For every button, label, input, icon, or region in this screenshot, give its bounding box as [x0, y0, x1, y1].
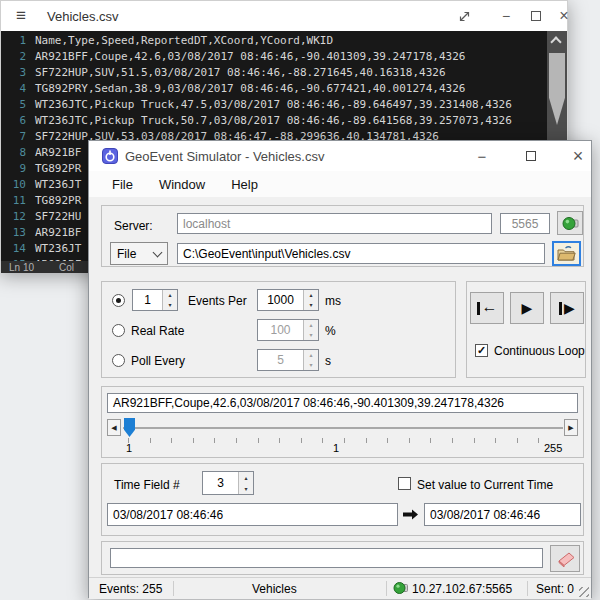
line-number: 3 — [1, 65, 26, 81]
real-rate-label: Real Rate — [131, 324, 184, 338]
time-field-group: Time Field # 3 ▴▾ Set value to Current T… — [101, 463, 584, 536]
line-number: 2 — [1, 49, 26, 65]
connect-button[interactable] — [557, 211, 583, 235]
continuous-loop-checkbox[interactable]: ✓ — [475, 344, 488, 357]
line-number: 10 — [1, 177, 26, 193]
expand-icon[interactable] — [451, 1, 477, 31]
close-icon[interactable]: × — [563, 141, 593, 171]
editor-line: 1Name,Type,Speed,ReportedDT,XCoord,YCoor… — [1, 33, 567, 49]
spinner-arrows-icon[interactable]: ▴▾ — [238, 472, 253, 494]
port-input[interactable]: 5565 — [500, 213, 550, 234]
clear-button[interactable] — [550, 545, 580, 572]
scroll-up-icon[interactable] — [550, 36, 561, 47]
minimize-icon[interactable]: − — [467, 141, 497, 171]
poll-unit-label: s — [325, 354, 331, 368]
editor-line: 3SF722HUP,SUV,51.5,03/08/2017 08:46:46,-… — [1, 65, 567, 81]
line-text: TG892PR — [35, 193, 81, 209]
app-icon — [102, 148, 118, 168]
slider-min-label: 1 — [126, 442, 132, 454]
file-path-input[interactable]: C:\GeoEvent\input\Vehicles.csv — [177, 243, 545, 264]
maximize-icon[interactable] — [523, 1, 549, 31]
connection-group: Server: localhost 5565 File C:\GeoEvent\… — [101, 205, 584, 267]
line-text: SF722HUP,SUV,51.5,03/08/2017 08:46:46,-8… — [35, 65, 446, 81]
real-rate-radio[interactable] — [112, 324, 125, 337]
real-rate-unit-label: % — [325, 324, 336, 338]
line-indicator: Ln 10 — [9, 262, 34, 273]
current-event-field[interactable]: AR921BFF,Coupe,42.6,03/08/2017 08:46:46,… — [107, 393, 578, 413]
line-text: WT236JT — [35, 177, 81, 193]
slider-ticks — [128, 438, 560, 443]
line-text: WT236JTC,Pickup Truck,50.7,03/08/2017 08… — [35, 113, 512, 129]
folder-open-icon — [557, 246, 576, 261]
line-text: AR921BFF,Coupe,42.6,03/08/2017 08:46:46,… — [35, 49, 465, 65]
server-input[interactable]: localhost — [177, 213, 492, 234]
line-text: TG892PRY,Sedan,38.9,03/08/2017 08:46:46,… — [35, 81, 465, 97]
events-per-radio[interactable] — [112, 294, 125, 307]
events-per-label: Events Per — [188, 294, 247, 308]
line-number: 7 — [1, 129, 26, 145]
simulator-titlebar: GeoEvent Simulator - Vehicles.csv − × — [89, 141, 591, 171]
poll-value: 5 — [258, 350, 303, 370]
events-count-spinner[interactable]: 1 ▴▾ — [132, 289, 178, 311]
slider-max-label: 255 — [544, 442, 562, 454]
maximize-icon[interactable] — [516, 141, 546, 171]
arrow-right-icon — [402, 507, 419, 525]
progress-field — [110, 548, 543, 568]
editor-line: 5WT236JTC,Pickup Truck,47.5,03/08/2017 0… — [1, 97, 567, 113]
step-forward-button[interactable]: ▶ — [550, 292, 584, 324]
browse-button[interactable] — [552, 241, 581, 266]
slider-mid-label: 1 — [333, 442, 339, 454]
time-field-value: 3 — [203, 472, 238, 494]
poll-every-radio[interactable] — [112, 354, 125, 367]
line-text: SF722HU — [35, 209, 81, 225]
play-button[interactable]: ▶ — [510, 292, 544, 324]
time-field-spinner[interactable]: 3 ▴▾ — [202, 471, 254, 495]
set-current-time-checkbox[interactable] — [398, 477, 411, 490]
simulator-statusbar: Events: 255 Vehicles 10.27.102.67:5565 S… — [89, 577, 591, 599]
resize-grip[interactable] — [579, 587, 589, 597]
close-icon[interactable]: × — [551, 1, 577, 31]
interval-spinner[interactable]: 1000 ▴▾ — [257, 289, 319, 311]
menu-window[interactable]: Window — [146, 172, 218, 197]
line-number: 4 — [1, 81, 26, 97]
interval-unit-label: ms — [325, 294, 341, 308]
line-number: 12 — [1, 209, 26, 225]
spinner-arrows-icon: ▴▾ — [303, 350, 318, 370]
source-type-value: File — [117, 247, 136, 261]
column-indicator: Col — [59, 262, 74, 273]
line-number: 1 — [1, 33, 26, 49]
hamburger-menu-icon[interactable]: ≡ — [16, 8, 26, 24]
simulator-title: GeoEvent Simulator - Vehicles.csv — [125, 149, 324, 164]
slider-track[interactable] — [123, 427, 563, 429]
slider-left-button[interactable]: ◀ — [107, 419, 121, 436]
line-text: AR921BF — [35, 145, 81, 161]
editor-line: 6WT236JTC,Pickup Truck,50.7,03/08/2017 0… — [1, 113, 567, 129]
play-icon: ▶ — [522, 301, 533, 315]
scrollbar-thumb[interactable] — [549, 53, 565, 125]
editor-title: Vehicles.csv — [47, 9, 119, 24]
slider-right-button[interactable]: ▶ — [564, 419, 578, 436]
minimize-icon[interactable]: − — [493, 1, 519, 31]
slider-thumb[interactable] — [124, 418, 135, 437]
line-text: WT236JT — [35, 241, 81, 257]
set-current-time-label: Set value to Current Time — [417, 478, 553, 492]
step-forward-icon — [559, 302, 562, 315]
time-to-field[interactable]: 03/08/2017 08:46:46 — [424, 503, 581, 526]
connect-indicator-icon — [562, 216, 579, 231]
line-number: 6 — [1, 113, 26, 129]
time-field-label: Time Field # — [114, 478, 180, 492]
real-rate-value: 100 — [258, 320, 303, 340]
skip-to-start-button[interactable]: ← — [470, 292, 504, 324]
line-number: 14 — [1, 241, 26, 257]
spinner-arrows-icon[interactable]: ▴▾ — [303, 290, 318, 310]
events-count-value: 1 — [133, 290, 162, 310]
menu-file[interactable]: File — [99, 172, 146, 197]
spinner-arrows-icon[interactable]: ▴▾ — [162, 290, 177, 310]
statusbar-divider — [173, 581, 174, 596]
endpoint-address: 10.27.102.67:5565 — [412, 582, 512, 596]
source-type-select[interactable]: File — [110, 242, 168, 265]
editor-line: 4TG892PRY,Sedan,38.9,03/08/2017 08:46:46… — [1, 81, 567, 97]
time-from-field[interactable]: 03/08/2017 08:46:46 — [107, 503, 398, 526]
statusbar-divider — [527, 581, 528, 596]
menu-help[interactable]: Help — [218, 172, 271, 197]
